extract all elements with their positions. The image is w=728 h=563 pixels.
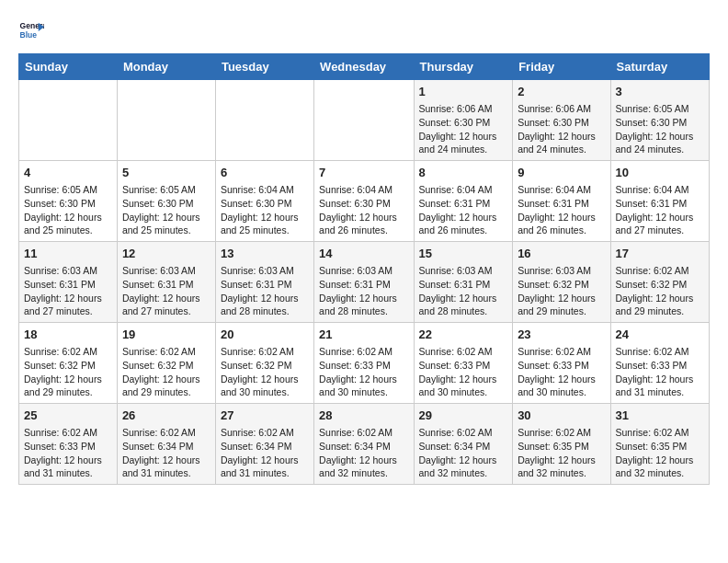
- calendar-cell: [117, 80, 215, 161]
- day-info: and 24 minutes.: [518, 143, 605, 156]
- day-info: Daylight: 12 hours: [24, 211, 112, 224]
- day-info: Sunset: 6:33 PM: [419, 359, 508, 373]
- day-info: Daylight: 12 hours: [419, 211, 508, 224]
- day-info: Sunset: 6:34 PM: [419, 440, 508, 454]
- day-info: and 30 minutes.: [518, 385, 605, 399]
- day-number: 29: [419, 408, 508, 424]
- calendar-week-row: 4Sunrise: 6:05 AMSunset: 6:30 PMDaylight…: [19, 161, 710, 242]
- day-number: 10: [616, 165, 704, 181]
- day-info: and 27 minutes.: [122, 304, 210, 318]
- day-number: 9: [518, 165, 605, 181]
- day-number: 30: [518, 408, 605, 424]
- day-info: and 24 minutes.: [616, 143, 704, 156]
- day-info: Sunset: 6:33 PM: [319, 359, 408, 373]
- day-info: Sunrise: 6:06 AM: [419, 102, 508, 116]
- day-number: 7: [319, 165, 408, 181]
- day-info: Sunset: 6:32 PM: [122, 359, 210, 373]
- day-info: Sunrise: 6:02 AM: [616, 345, 704, 359]
- weekday-header-sunday: Sunday: [19, 54, 118, 80]
- day-info: Sunrise: 6:02 AM: [24, 345, 112, 359]
- calendar-table: SundayMondayTuesdayWednesdayThursdayFrid…: [18, 53, 710, 485]
- calendar-week-row: 1Sunrise: 6:06 AMSunset: 6:30 PMDaylight…: [19, 80, 710, 161]
- day-number: 24: [616, 327, 704, 343]
- day-info: Daylight: 12 hours: [419, 454, 508, 467]
- calendar-cell: 26Sunrise: 6:02 AMSunset: 6:34 PMDayligh…: [117, 404, 215, 485]
- day-info: and 25 minutes.: [221, 224, 309, 237]
- calendar-cell: 8Sunrise: 6:04 AMSunset: 6:31 PMDaylight…: [414, 161, 513, 242]
- calendar-cell: 19Sunrise: 6:02 AMSunset: 6:32 PMDayligh…: [117, 323, 215, 404]
- day-number: 21: [319, 327, 408, 343]
- calendar-cell: 11Sunrise: 6:03 AMSunset: 6:31 PMDayligh…: [19, 242, 118, 323]
- day-info: and 27 minutes.: [616, 224, 704, 237]
- calendar-cell: 20Sunrise: 6:02 AMSunset: 6:32 PMDayligh…: [215, 323, 313, 404]
- calendar-cell: 30Sunrise: 6:02 AMSunset: 6:35 PMDayligh…: [513, 404, 610, 485]
- day-info: Sunrise: 6:04 AM: [419, 183, 508, 197]
- day-info: Sunset: 6:31 PM: [616, 197, 704, 211]
- calendar-cell: 21Sunrise: 6:02 AMSunset: 6:33 PMDayligh…: [314, 323, 414, 404]
- day-info: Sunrise: 6:02 AM: [419, 345, 508, 359]
- day-info: Daylight: 12 hours: [319, 454, 408, 467]
- day-number: 14: [319, 246, 408, 262]
- day-info: Daylight: 12 hours: [616, 130, 704, 144]
- calendar-cell: 15Sunrise: 6:03 AMSunset: 6:31 PMDayligh…: [414, 242, 513, 323]
- day-number: 20: [221, 327, 309, 343]
- day-number: 22: [419, 327, 508, 343]
- day-info: and 29 minutes.: [518, 304, 605, 318]
- day-info: Sunrise: 6:05 AM: [616, 102, 704, 116]
- day-info: Daylight: 12 hours: [122, 211, 210, 224]
- day-info: Daylight: 12 hours: [419, 292, 508, 305]
- calendar-cell: 17Sunrise: 6:02 AMSunset: 6:32 PMDayligh…: [610, 242, 709, 323]
- calendar-cell: 3Sunrise: 6:05 AMSunset: 6:30 PMDaylight…: [610, 80, 709, 161]
- day-info: Sunrise: 6:02 AM: [319, 426, 408, 440]
- day-info: and 30 minutes.: [319, 385, 408, 399]
- day-info: Sunset: 6:32 PM: [616, 278, 704, 292]
- day-info: Daylight: 12 hours: [319, 211, 408, 224]
- day-info: Daylight: 12 hours: [122, 454, 210, 467]
- day-info: Sunset: 6:34 PM: [221, 440, 309, 454]
- day-info: Sunrise: 6:02 AM: [122, 345, 210, 359]
- day-info: and 30 minutes.: [419, 385, 508, 399]
- day-info: Sunset: 6:30 PM: [616, 116, 704, 130]
- day-info: and 31 minutes.: [24, 466, 112, 480]
- day-info: Daylight: 12 hours: [518, 130, 605, 144]
- day-info: Sunset: 6:31 PM: [419, 197, 508, 211]
- day-info: and 26 minutes.: [319, 224, 408, 237]
- day-info: and 32 minutes.: [319, 466, 408, 480]
- day-info: Daylight: 12 hours: [616, 292, 704, 305]
- day-info: Daylight: 12 hours: [616, 211, 704, 224]
- day-info: Daylight: 12 hours: [319, 373, 408, 386]
- day-info: Sunset: 6:34 PM: [122, 440, 210, 454]
- day-info: Sunrise: 6:05 AM: [122, 183, 210, 197]
- calendar-cell: 25Sunrise: 6:02 AMSunset: 6:33 PMDayligh…: [19, 404, 118, 485]
- day-info: and 28 minutes.: [221, 304, 309, 318]
- day-info: Sunset: 6:32 PM: [24, 359, 112, 373]
- day-info: Sunrise: 6:02 AM: [221, 426, 309, 440]
- day-info: Daylight: 12 hours: [518, 292, 605, 305]
- day-number: 23: [518, 327, 605, 343]
- day-number: 17: [616, 246, 704, 262]
- day-info: and 31 minutes.: [122, 466, 210, 480]
- weekday-header-monday: Monday: [117, 54, 215, 80]
- calendar-cell: [215, 80, 313, 161]
- day-info: Sunset: 6:30 PM: [518, 116, 605, 130]
- day-info: Sunrise: 6:02 AM: [616, 426, 704, 440]
- day-number: 2: [518, 84, 605, 100]
- day-info: Sunrise: 6:03 AM: [221, 264, 309, 278]
- day-info: Sunset: 6:31 PM: [518, 197, 605, 211]
- day-info: Sunrise: 6:04 AM: [616, 183, 704, 197]
- day-info: Sunset: 6:33 PM: [24, 440, 112, 454]
- day-info: Sunset: 6:31 PM: [24, 278, 112, 292]
- weekday-header-saturday: Saturday: [610, 54, 709, 80]
- calendar-cell: 13Sunrise: 6:03 AMSunset: 6:31 PMDayligh…: [215, 242, 313, 323]
- calendar-cell: 2Sunrise: 6:06 AMSunset: 6:30 PMDaylight…: [513, 80, 610, 161]
- day-number: 3: [616, 84, 704, 100]
- day-info: and 29 minutes.: [24, 385, 112, 399]
- day-number: 28: [319, 408, 408, 424]
- calendar-week-row: 11Sunrise: 6:03 AMSunset: 6:31 PMDayligh…: [19, 242, 710, 323]
- calendar-cell: [19, 80, 118, 161]
- day-info: Sunrise: 6:02 AM: [319, 345, 408, 359]
- day-info: Sunrise: 6:05 AM: [24, 183, 112, 197]
- calendar-cell: [314, 80, 414, 161]
- day-info: Sunset: 6:35 PM: [616, 440, 704, 454]
- calendar-cell: 27Sunrise: 6:02 AMSunset: 6:34 PMDayligh…: [215, 404, 313, 485]
